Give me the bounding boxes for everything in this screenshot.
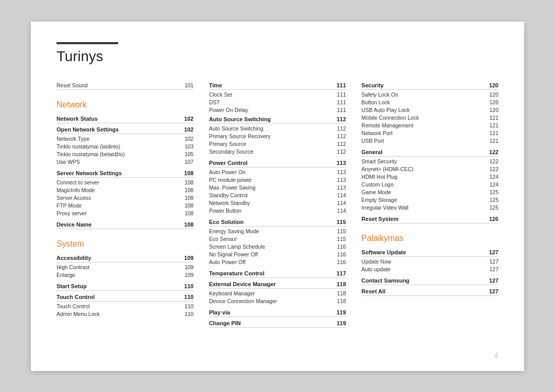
toc-item-num: 111 (337, 91, 346, 98)
toc-group: Security 120 Safety Lock On 120 Button L… (361, 80, 498, 145)
toc-item-label: Tinklo nustatymai (belaidžio) (57, 151, 125, 157)
toc-group-label: Touch Control (57, 294, 95, 300)
toc-item-num: 121 (489, 138, 498, 144)
toc-item-label: High Contrast (57, 264, 89, 270)
toc-item: USB Port 121 (361, 137, 498, 145)
toc-item-num: 118 (337, 290, 346, 296)
page-number: 4 (494, 351, 498, 361)
toc-item-label: Network Port (361, 130, 393, 136)
toc-item-label: Secondary Source (209, 148, 253, 155)
toc-group-num: 109 (184, 255, 193, 261)
toc-item-num: 120 (489, 99, 498, 105)
toc-standalone: Play via 119 (209, 307, 346, 317)
toc-item: Primary Source 112 (209, 140, 346, 148)
toc-group: Auto Source Switching 112 Auto Source Sw… (209, 114, 346, 156)
toc-item-label: Energy Saving Mode (209, 228, 259, 234)
toc-item-num: 115 (337, 228, 346, 234)
toc-item: Power Button 114 (209, 207, 346, 215)
toc-item-label: PC module power (209, 177, 252, 183)
toc-group: Power Control 113 Auto Power On 113 PC m… (209, 158, 346, 215)
page: Turinys Reset Sound 101 Network Network … (31, 22, 524, 371)
toc-item: Network Type 102 (57, 135, 194, 143)
toc-item-num: 125 (489, 197, 498, 203)
toc-item-num: 121 (489, 115, 498, 121)
toc-standalone: Reset All 127 (361, 286, 498, 296)
toc-group-label: Accessibility (57, 255, 91, 261)
toc-item-label: Auto update (361, 266, 391, 272)
toc-item-label: Game Mode (361, 189, 391, 195)
toc-item-num: 112 (337, 133, 346, 139)
toc-item-num: 110 (184, 311, 194, 317)
toc-item-label: FTP Mode (57, 202, 82, 209)
toc-item: Admin Menu Lock 110 (57, 310, 194, 318)
toc-item-num: 114 (337, 200, 346, 206)
toc-label: Start Setup (57, 283, 87, 289)
toc-item: Tinklo nustatymai (laidinio) 103 (57, 143, 194, 151)
toc-group-header: External Device Manager 118 (209, 279, 346, 289)
top-item: Reset Sound 101 (57, 80, 194, 90)
toc-group-header: Software Update 127 (361, 247, 498, 257)
column-1: Reset Sound 101 Network Network Status 1… (57, 80, 194, 329)
title-bar (57, 42, 118, 44)
toc-item: Primary Source Recovery 112 (209, 133, 346, 140)
toc-item-label: Power Button (209, 208, 242, 214)
toc-item-num: 110 (184, 303, 194, 309)
toc-group-header: Power Control 113 (209, 158, 346, 167)
toc-item-label: Irregular Video Wall (361, 204, 409, 211)
toc-group-label: External Device Manager (209, 281, 276, 287)
toc-item-label: Auto Power Off (209, 259, 246, 265)
toc-group-header: Eco Solution 115 (209, 217, 346, 227)
toc-group: Open Network Settings 102 Network Type 1… (57, 124, 194, 166)
toc-item-label: Network Standby (209, 200, 250, 206)
content-grid: Reset Sound 101 Network Network Status 1… (57, 80, 498, 329)
toc-item-num: 108 (184, 187, 194, 193)
toc-item-label: Connect to server (57, 179, 99, 185)
toc-item: Keyboard Manager 118 (209, 290, 346, 297)
toc-item-num: 113 (337, 169, 346, 175)
toc-item-num: 112 (337, 141, 346, 147)
toc-group-header: Security 120 (361, 80, 498, 90)
toc-label: Reset System (361, 216, 398, 222)
toc-standalone: Network Status 102 (57, 114, 194, 123)
toc-item: Screen Lamp Schedule 116 (209, 243, 346, 251)
toc-item: Safety Lock On 120 (361, 91, 498, 99)
toc-item-label: No Signal Power Off (209, 251, 258, 257)
toc-group-header: Touch Control 110 (57, 292, 194, 302)
toc-item: Empty Storage 125 (361, 196, 498, 204)
toc-item: Button Lock 120 (361, 99, 498, 106)
toc-item-label: Smart Security (361, 158, 397, 164)
toc-group: General 122 Smart Security 122 Anynet+ (… (361, 147, 498, 212)
toc-num: 110 (184, 283, 193, 289)
toc-item-num: 124 (489, 181, 498, 188)
toc-item-num: 112 (337, 148, 346, 155)
toc-item-num: 116 (337, 259, 346, 265)
toc-item-num: 108 (184, 179, 194, 185)
toc-item: Mobile Connection Lock 121 (361, 114, 498, 122)
toc-num: 108 (184, 221, 193, 228)
toc-item: Proxy server 108 (57, 210, 194, 217)
toc-item-label: Safety Lock On (361, 91, 398, 98)
toc-group: External Device Manager 118 Keyboard Man… (209, 279, 346, 305)
toc-standalone: Contact Samsung 127 (361, 275, 498, 285)
toc-item: Auto Source Switching 112 (209, 125, 346, 133)
toc-group-label: Server Network Settings (57, 170, 122, 176)
toc-label: Device Name (57, 221, 92, 228)
toc-item: Smart Security 122 (361, 158, 498, 165)
toc-item-num: 114 (337, 192, 346, 198)
top-item-num: 101 (184, 82, 194, 88)
toc-item: Use WPS 107 (57, 158, 194, 166)
toc-group-num: 122 (489, 149, 498, 155)
toc-group-num: 112 (337, 116, 346, 122)
toc-item-label: MagicInfo Mode (57, 187, 95, 193)
toc-item-num: 124 (489, 174, 498, 180)
toc-item: Auto update 127 (361, 266, 498, 273)
toc-item-num: 118 (337, 298, 346, 304)
toc-item-label: HDMI Hot Plug (361, 174, 397, 180)
toc-standalone: Device Name 108 (57, 219, 194, 229)
toc-num: 119 (337, 309, 346, 315)
toc-standalone: Reset System 126 (361, 214, 498, 223)
toc-group-label: Time (209, 82, 222, 88)
toc-item: Game Mode 125 (361, 189, 498, 196)
toc-item-label: Network Type (57, 136, 89, 142)
toc-item-label: Device Connection Manager (209, 298, 278, 304)
